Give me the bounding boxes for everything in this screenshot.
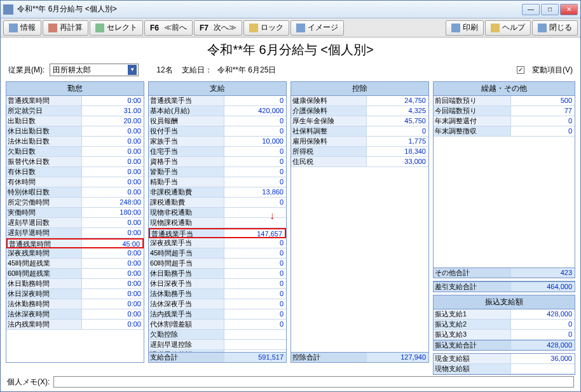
row-value[interactable]: 0 xyxy=(224,116,286,126)
row-value[interactable]: 13,860 xyxy=(224,187,286,197)
row-value[interactable]: 45,750 xyxy=(367,116,428,126)
table-row[interactable]: 休日出勤日数0.00 xyxy=(6,126,144,137)
table-row[interactable]: 振替代休日数0.00 xyxy=(6,157,144,167)
row-value[interactable]: 0:00 xyxy=(82,228,144,238)
table-row[interactable]: 所定労働時間248:00 xyxy=(6,198,144,208)
row-value[interactable]: 180:00 xyxy=(82,208,144,217)
row-value[interactable]: 0 xyxy=(224,126,286,136)
table-row[interactable]: 雇用保険料1,775 xyxy=(291,137,428,147)
prev-button[interactable]: F6≪前へ xyxy=(144,20,193,36)
table-row[interactable]: 有休日数0.00 xyxy=(6,167,144,177)
table-row[interactable]: 普通残業手当147,657 xyxy=(149,228,286,238)
table-row[interactable]: 深夜残業時間0:00 xyxy=(6,248,144,259)
recalc-button[interactable]: 再計算 xyxy=(43,20,88,36)
table-row[interactable]: 60時間超手当0 xyxy=(149,259,286,269)
table-row[interactable]: 休日勤務手当0 xyxy=(149,269,286,279)
table-row[interactable]: 深夜残業手当0 xyxy=(149,238,286,248)
info-button[interactable]: 情報 xyxy=(3,20,41,36)
table-row[interactable]: 特別休暇日数0.00 xyxy=(6,187,144,198)
row-value[interactable]: 0:00 xyxy=(82,269,144,278)
row-value[interactable]: 45:00 xyxy=(82,240,142,247)
help-button[interactable]: ヘルプ xyxy=(485,20,531,36)
row-value[interactable]: 0 xyxy=(224,269,286,278)
row-value[interactable]: 0:00 xyxy=(82,309,144,319)
row-value[interactable]: 0:00 xyxy=(82,289,144,299)
table-row[interactable]: 健康保険料24,750 xyxy=(291,96,428,106)
row-value[interactable]: 0 xyxy=(224,167,286,177)
table-row[interactable]: 家族手当10,000 xyxy=(149,137,286,147)
table-row[interactable]: 60時間超残業0:00 xyxy=(6,269,144,279)
table-row[interactable]: 今回端数預り77 xyxy=(434,106,575,116)
table-row[interactable]: 課税昇給差額0 xyxy=(149,350,286,353)
row-value[interactable]: 18,340 xyxy=(367,147,428,156)
table-row[interactable]: 遅刻早退控除 xyxy=(149,340,286,350)
table-row[interactable]: 住民税33,000 xyxy=(291,157,428,167)
row-value[interactable]: 0.00 xyxy=(82,147,144,156)
table-row[interactable]: 45時間超手当0 xyxy=(149,248,286,259)
row-value[interactable]: 0:00 xyxy=(82,259,144,268)
table-row[interactable]: 実働時間180:00 xyxy=(6,208,144,218)
row-value[interactable]: 0 xyxy=(224,259,286,268)
row-value[interactable] xyxy=(224,340,286,349)
row-value[interactable]: 0 xyxy=(224,279,286,288)
row-value[interactable]: 0 xyxy=(224,320,286,329)
row-value[interactable]: 0.00 xyxy=(82,157,144,166)
row-value[interactable]: 0 xyxy=(224,177,286,187)
table-row[interactable]: 普通残業時間0:00 xyxy=(6,96,144,106)
table-row[interactable]: 45時間超残業0:00 xyxy=(6,259,144,269)
row-value[interactable]: 0 xyxy=(224,289,286,299)
table-row[interactable]: 皆勤手当0 xyxy=(149,167,286,177)
table-row[interactable]: 遅刻早退時間0:00 xyxy=(6,228,144,238)
maximize-button[interactable]: □ xyxy=(541,4,559,15)
table-row[interactable]: 資格手当0 xyxy=(149,157,286,167)
row-value[interactable]: 0 xyxy=(511,126,575,136)
table-row[interactable]: 欠勤控除 xyxy=(149,330,286,340)
transfer2-value[interactable]: 0 xyxy=(511,320,575,329)
table-row[interactable]: 代休割増差額0 xyxy=(149,320,286,330)
employee-combo[interactable]: 田所耕太郎 xyxy=(50,64,139,76)
close-toolbar-button[interactable]: 閉じる xyxy=(532,20,578,36)
row-value[interactable]: 0:00 xyxy=(82,320,144,329)
row-value[interactable]: 0 xyxy=(224,157,286,166)
table-row[interactable]: 所定就労日31.00 xyxy=(6,106,144,116)
table-row[interactable]: 厚生年金保険45,750 xyxy=(291,116,428,126)
table-row[interactable]: 法内残業時間0:00 xyxy=(6,320,144,330)
row-value[interactable]: 0 xyxy=(224,147,286,156)
inkind-value[interactable] xyxy=(511,364,575,374)
table-row[interactable]: 有休時間0:00 xyxy=(6,177,144,187)
row-value[interactable]: 0 xyxy=(224,96,286,105)
row-value[interactable]: 0 xyxy=(511,116,575,126)
row-value[interactable]: 500 xyxy=(511,96,575,105)
table-row[interactable]: 課税通勤費0 xyxy=(149,198,286,208)
row-value[interactable]: 20.00 xyxy=(82,116,144,126)
table-row[interactable]: 基本給(月給)420,000 xyxy=(149,106,286,116)
row-value[interactable]: 0:00 xyxy=(82,248,144,258)
row-value[interactable]: 0 xyxy=(224,350,286,353)
transfer3-value[interactable]: 0 xyxy=(511,330,575,339)
table-row[interactable]: 社保料調整0 xyxy=(291,126,428,137)
table-row[interactable]: 役付手当0 xyxy=(149,126,286,137)
row-value[interactable] xyxy=(224,208,286,217)
table-row[interactable]: 法休勤務手当0 xyxy=(149,289,286,299)
transfer1-value[interactable]: 428,000 xyxy=(511,309,575,319)
table-row[interactable]: 精勤手当0 xyxy=(149,177,286,187)
table-row[interactable]: 現物課税通勤 xyxy=(149,218,286,228)
table-row[interactable]: 法休勤務時間0:00 xyxy=(6,299,144,309)
row-value[interactable]: 33,000 xyxy=(367,157,428,166)
titlebar[interactable]: 令和**年 6月分給与 <個人別> — □ ✕ xyxy=(1,1,580,18)
row-value[interactable]: 0 xyxy=(224,309,286,319)
table-row[interactable]: 非課税通勤費13,860 xyxy=(149,187,286,198)
row-value[interactable]: 1,775 xyxy=(367,137,428,146)
row-value[interactable]: 4,325 xyxy=(367,106,428,116)
row-value[interactable]: 0:00 xyxy=(82,299,144,309)
row-value[interactable]: 0 xyxy=(224,248,286,258)
row-value[interactable]: 0 xyxy=(224,238,286,248)
variable-checkbox[interactable]: ✓ xyxy=(517,66,524,74)
row-value[interactable]: 0.00 xyxy=(82,218,144,227)
close-button[interactable]: ✕ xyxy=(560,4,578,15)
table-row[interactable]: 普通残業時間45:00 xyxy=(6,238,144,248)
table-row[interactable]: 休日深夜時間0:00 xyxy=(6,289,144,299)
table-row[interactable]: 休日深夜手当0 xyxy=(149,279,286,289)
row-value[interactable] xyxy=(224,218,286,227)
table-row[interactable]: 前回端数預り500 xyxy=(434,96,575,106)
